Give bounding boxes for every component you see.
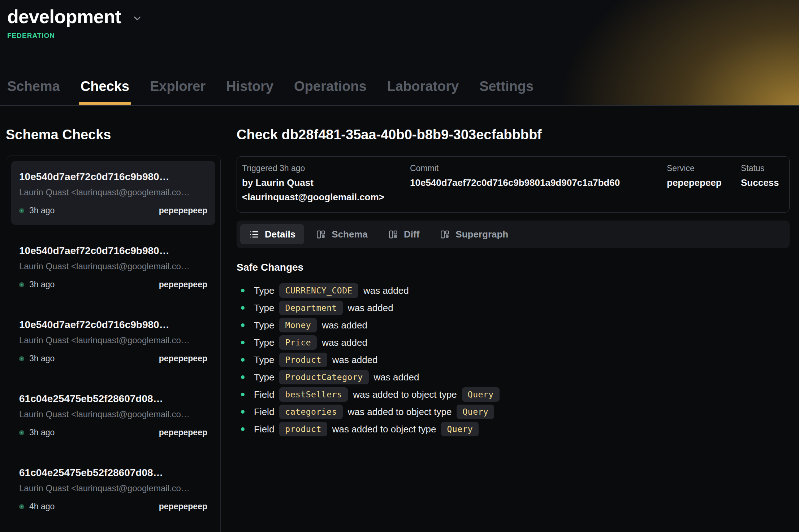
commit-label: Commit	[410, 162, 667, 174]
change-item: Type Department was added	[237, 299, 799, 317]
change-suffix: was added	[363, 285, 409, 296]
check-list-item[interactable]: 10e540d7aef72c0d716c9b980… Laurin Quast …	[11, 235, 215, 299]
code-chip: Money	[279, 318, 317, 332]
bullet-icon	[241, 410, 245, 414]
check-list-item[interactable]: 61c04e25475eb52f28607d08… Laurin Quast <…	[11, 383, 215, 447]
change-item: Type Price was added	[237, 334, 799, 351]
nav-tab[interactable]: Checks	[81, 79, 129, 105]
code-chip: Department	[279, 301, 342, 315]
meta-status: Status Success	[741, 162, 784, 204]
changes-list: Type CURRENCY_CODE was added Type Depart…	[237, 282, 799, 438]
change-suffix: was added	[322, 320, 367, 331]
meta-triggered: Triggered 3h ago by Laurin Quast <laurin…	[242, 162, 410, 204]
change-suffix: was added to object type	[332, 424, 436, 435]
check-time: 3h ago	[29, 206, 55, 215]
checks-sidebar: Schema Checks 10e540d7aef72c0d716c9b980……	[0, 106, 231, 531]
check-meta-row: 3h ago pepepepeep	[19, 206, 207, 215]
code-chip: categories	[279, 405, 342, 419]
status-value: Success	[741, 175, 784, 190]
check-list-item[interactable]: 10e540d7aef72c0d716c9b980… Laurin Quast …	[11, 161, 215, 225]
detail-tabs: Details Schema	[237, 221, 790, 248]
check-commit-id: 10e540d7aef72c0d716c9b980…	[19, 244, 207, 257]
check-author: Laurin Quast <laurinquast@googlemail.co…	[19, 335, 207, 346]
detail-tab[interactable]: Supergraph	[431, 224, 517, 244]
bullet-icon	[241, 375, 245, 379]
change-item: Type ProductCategory was added	[237, 369, 799, 386]
detail-tab-label: Diff	[404, 229, 419, 240]
detail-tab[interactable]: Details	[240, 224, 304, 244]
triggered-value: by Laurin Quast <laurinquast@googlemail.…	[242, 175, 405, 204]
change-item: Field product was added to object type Q…	[237, 420, 799, 438]
detail-tab[interactable]: Schema	[307, 224, 376, 244]
check-service: pepepepeep	[159, 280, 207, 289]
status-label: Status	[741, 162, 784, 174]
change-prefix: Type	[254, 302, 274, 314]
check-service: pepepepeep	[159, 502, 207, 511]
chevron-down-icon[interactable]	[132, 13, 143, 24]
change-item: Type CURRENCY_CODE was added	[237, 282, 799, 299]
triggered-label: Triggered 3h ago	[242, 162, 410, 174]
check-meta-row: 3h ago pepepepeep	[19, 354, 207, 363]
nav-tab[interactable]: History	[226, 79, 273, 105]
check-time: 3h ago	[29, 354, 55, 363]
change-item: Field bestSellers was added to object ty…	[237, 386, 799, 403]
change-item: Field categories was added to object typ…	[237, 403, 799, 420]
check-meta-row: 3h ago pepepepeep	[19, 280, 207, 289]
nav-tab[interactable]: Settings	[479, 79, 534, 105]
change-prefix: Type	[254, 320, 274, 331]
code-chip: Product	[279, 353, 327, 367]
nav-tab[interactable]: Schema	[7, 79, 60, 105]
bullet-icon	[241, 358, 245, 362]
change-suffix: was added	[322, 337, 367, 348]
code-chip: Price	[279, 335, 317, 350]
main-nav: SchemaChecksExplorerHistoryOperationsLab…	[7, 79, 534, 105]
service-value: pepepepeep	[667, 175, 741, 190]
success-dot-icon	[19, 504, 24, 509]
nav-tab[interactable]: Explorer	[150, 79, 206, 105]
check-meta-row: 4h ago pepepepeep	[19, 502, 207, 511]
header-inner: development FEDERATION	[0, 0, 799, 40]
change-suffix: was added	[332, 354, 378, 366]
meta-service: Service pepepepeep	[667, 162, 741, 204]
bullet-icon	[241, 393, 245, 396]
bullet-icon	[241, 323, 245, 327]
list-icon	[249, 229, 259, 240]
check-meta-box: Triggered 3h ago by Laurin Quast <laurin…	[237, 156, 790, 213]
code-chip: Query	[462, 387, 500, 402]
check-heading: Check db28f481-35aa-40b0-b8b9-303ecfabbb…	[237, 127, 799, 143]
check-commit-id: 10e540d7aef72c0d716c9b980…	[19, 318, 207, 331]
detail-tab-label: Details	[265, 229, 295, 240]
nav-tab[interactable]: Operations	[294, 79, 367, 105]
bullet-icon	[241, 341, 245, 344]
bullet-icon	[241, 306, 245, 310]
content: Schema Checks 10e540d7aef72c0d716c9b980……	[0, 106, 799, 531]
check-service: pepepepeep	[159, 428, 207, 437]
check-commit-id: 61c04e25475eb52f28607d08…	[19, 466, 207, 479]
code-chip: Query	[457, 405, 494, 419]
change-prefix: Field	[254, 424, 274, 435]
change-prefix: Field	[254, 389, 274, 400]
check-commit-id: 10e540d7aef72c0d716c9b980…	[19, 170, 207, 183]
checks-list: 10e540d7aef72c0d716c9b980… Laurin Quast …	[6, 156, 221, 532]
nav-tab[interactable]: Laboratory	[387, 79, 459, 105]
check-service: pepepepeep	[159, 354, 207, 363]
check-list-item[interactable]: 61c04e25475eb52f28607d08… Laurin Quast <…	[11, 457, 215, 521]
code-chip: bestSellers	[279, 387, 348, 402]
project-title-row: development	[7, 6, 799, 27]
change-item: Type Product was added	[237, 351, 799, 369]
change-prefix: Type	[254, 285, 274, 296]
check-author: Laurin Quast <laurinquast@googlemail.co…	[19, 409, 207, 420]
code-chip: product	[279, 422, 327, 436]
service-label: Service	[667, 162, 741, 174]
check-service: pepepepeep	[159, 206, 207, 215]
code-chip: CURRENCY_CODE	[279, 283, 358, 298]
safe-changes-heading: Safe Changes	[237, 262, 799, 273]
success-dot-icon	[19, 282, 24, 287]
columns-icon	[440, 229, 450, 240]
detail-tab[interactable]: Diff	[379, 224, 428, 244]
check-list-item[interactable]: 10e540d7aef72c0d716c9b980… Laurin Quast …	[11, 309, 215, 373]
change-suffix: was added	[348, 302, 393, 314]
meta-commit: Commit 10e540d7aef72c0d716c9b9801a9d907c…	[410, 162, 667, 204]
check-meta-row: 3h ago pepepepeep	[19, 428, 207, 437]
change-prefix: Type	[254, 372, 274, 383]
